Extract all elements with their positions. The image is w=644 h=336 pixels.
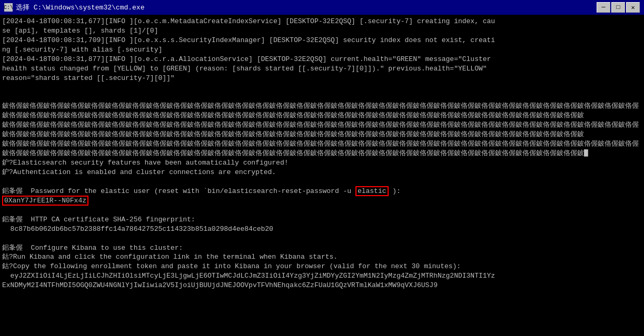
terminal-line	[2, 83, 642, 93]
titlebar: C:\ 选择 C:\Windows\system32\cmd.exe — □ ✕	[0, 0, 644, 15]
terminal-line	[2, 177, 642, 187]
terminal-line: se [api], templates [], shards [1]/[0]	[2, 26, 642, 36]
terminal-line: 8c87b6b062db6bc57b2388ffc14a786427525c11…	[2, 225, 642, 234]
terminal-line	[2, 93, 642, 102]
terminal-line: ng [.security-7] with alias [.security]	[2, 45, 642, 55]
titlebar-left: C:\ 选择 C:\Windows\system32\cmd.exe	[4, 3, 144, 12]
window: C:\ 选择 C:\Windows\system32\cmd.exe — □ ✕…	[0, 0, 644, 336]
terminal-line: 鈷?Copy the following enrollment token an…	[2, 262, 642, 271]
titlebar-title: 选择 C:\Windows\system32\cmd.exe	[16, 3, 144, 12]
minimize-button[interactable]: —	[597, 2, 610, 13]
terminal-line: [2024-04-18T00:08:31,709][INFO ][o.e.x.s…	[2, 36, 642, 45]
terminal-line: 鈷?Run Kibana and click the configuration…	[2, 252, 642, 262]
terminal-garbled-1: 鈹佫偓鈹佫偓鈹佫偓鈹佫偓鈹佫偓鈹佫偓鈹佫偓鈹佫偓鈹佫偓鈹佫偓鈹佫偓鈹佫偓鈹佫偓鈹…	[2, 101, 642, 120]
terminal-line: 鈩?Elasticsearch security features have b…	[2, 158, 642, 168]
terminal-line: 鈻夆偓 HTTP CA certificate SHA-256 fingerpr…	[2, 215, 642, 225]
terminal-line: eyJ2ZXIiOiI4LjEzLjIiLCJhZHIiOlsiMTcyLjE3…	[2, 271, 642, 281]
terminal-body: [2024-04-18T00:08:31,677][INFO ][o.e.c.m…	[0, 15, 644, 336]
maximize-button[interactable]: □	[611, 2, 625, 13]
terminal-line: ExNDMyM2I4NTFhMDI5OGQ0ZWU4NGNlYjIwIiwia2…	[2, 281, 642, 290]
terminal-line: health status changed from [YELLOW] to […	[2, 64, 642, 74]
password-value: 0XanY7JrEE1R--N0Fx4z	[2, 196, 88, 206]
terminal-line-password: 0XanY7JrEE1R--N0Fx4z	[2, 196, 642, 206]
elastic-highlight: elastic	[355, 186, 389, 196]
titlebar-controls: — □ ✕	[597, 2, 640, 13]
terminal-line: [2024-04-18T00:08:31,677][INFO ][o.e.c.m…	[2, 17, 642, 26]
terminal-garbled-2: 鈹佫偓鈹佫偓鈹佫偓鈹佫偓鈹佫偓鈹佫偓鈹佫偓鈹佫偓鈹佫偓鈹佫偓鈹佫偓鈹佫偓鈹佫偓鈹…	[2, 120, 642, 139]
terminal-line: 鈩?Authentication is enabled and cluster …	[2, 168, 642, 177]
terminal-line-password-label: 鈻夆偓 Password for the elastic user (reset…	[2, 187, 642, 196]
terminal-line: 鈻夆偓 Configure Kibana to use this cluster…	[2, 243, 642, 253]
close-button[interactable]: ✕	[626, 2, 640, 13]
cmd-icon: C:\	[4, 3, 13, 12]
terminal-garbled-3: 鈹佫偓鈹佫偓鈹佫偓鈹佫偓鈹佫偓鈹佫偓鈹佫偓鈹佫偓鈹佫偓鈹佫偓鈹佫偓鈹佫偓鈹佫偓鈹…	[2, 139, 642, 158]
terminal-line	[2, 234, 642, 243]
terminal-line	[2, 206, 642, 215]
terminal-line: [2024-04-18T00:08:31,877][INFO ][o.e.c.r…	[2, 55, 642, 64]
terminal-line: reason="shards started [[.security-7][0]…	[2, 74, 642, 83]
